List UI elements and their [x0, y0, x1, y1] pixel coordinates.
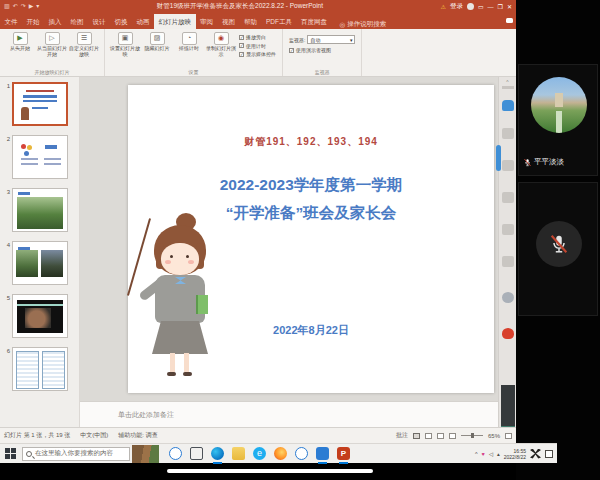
- fit-to-window-icon[interactable]: [505, 433, 512, 439]
- edge-browser-icon[interactable]: [211, 447, 224, 460]
- tab-transitions[interactable]: 切换: [110, 14, 132, 29]
- app-icon[interactable]: [502, 128, 514, 139]
- tab-help[interactable]: 帮助: [240, 14, 262, 29]
- powerpoint-window: ▥ ↶ ↷ ▶ ▾ 财管19级班开学准备班会及家长会2022.8.22 - Po…: [0, 0, 516, 443]
- cortana-icon[interactable]: [169, 447, 182, 460]
- user-avatar[interactable]: [467, 3, 474, 10]
- app-icon[interactable]: [502, 160, 514, 171]
- thumbnail-row: 2: [0, 135, 79, 179]
- tray-app-icon[interactable]: ♥: [481, 451, 484, 457]
- minimize-button[interactable]: —: [488, 4, 494, 10]
- sync-app-icon[interactable]: [295, 447, 308, 460]
- meeting-app-icon[interactable]: [316, 447, 329, 460]
- tab-baidu-pan[interactable]: 百度网盘: [297, 14, 332, 29]
- security-app-icon[interactable]: [502, 328, 514, 339]
- news-widget-thumbnail[interactable]: [132, 445, 159, 463]
- network-icon[interactable]: ▴: [497, 451, 500, 457]
- app-icon[interactable]: [502, 192, 514, 203]
- ie-browser-icon[interactable]: e: [253, 447, 266, 460]
- slide-thumbnail-3[interactable]: [12, 188, 68, 232]
- notes-pane[interactable]: 单击此处添加备注: [80, 401, 498, 427]
- tab-home[interactable]: 开始: [22, 14, 44, 29]
- butterfly-app-icon[interactable]: [530, 449, 541, 459]
- comments-icon[interactable]: [506, 18, 513, 23]
- warning-icon: ⚠: [441, 3, 446, 10]
- use-timings-checkbox[interactable]: ✓ 使用计时: [239, 43, 276, 49]
- zoom-slider-thumb[interactable]: [471, 433, 474, 438]
- slide-thumbnail-2[interactable]: [12, 135, 68, 179]
- language-indicator[interactable]: 中文(中国): [80, 431, 108, 440]
- normal-view-button[interactable]: [413, 433, 420, 439]
- tell-me-search[interactable]: ◎ 操作说明搜索: [340, 20, 387, 29]
- cloud-drive-icon[interactable]: [502, 100, 514, 111]
- monitor-dropdown[interactable]: 自动 ▾: [307, 35, 355, 44]
- taskbar-clock[interactable]: 16:55 2022/8/22: [504, 448, 526, 460]
- undo-icon[interactable]: ↶: [13, 0, 18, 13]
- sign-in-label[interactable]: 登录: [450, 2, 463, 11]
- start-button[interactable]: [5, 448, 16, 459]
- slide-thumbnail-1[interactable]: [12, 82, 68, 126]
- reading-view-button[interactable]: [437, 433, 444, 439]
- tab-pdf-tools[interactable]: PDF工具: [262, 14, 297, 29]
- tab-file[interactable]: 文件: [0, 14, 22, 29]
- floating-bar-handle[interactable]: [167, 469, 373, 473]
- tab-animations[interactable]: 动画: [132, 14, 154, 29]
- panel-handle[interactable]: [496, 145, 501, 171]
- accessibility-indicator[interactable]: 辅助功能: 调查: [118, 431, 157, 440]
- zoom-level[interactable]: 65%: [488, 433, 500, 439]
- tab-slideshow[interactable]: 幻灯片放映: [154, 14, 196, 29]
- presenter-view-checkbox[interactable]: ✓ 使用演示者视图: [289, 47, 355, 53]
- tab-review[interactable]: 审阅: [196, 14, 218, 29]
- ribbon-empty-space: [362, 29, 516, 76]
- slide-thumbnail-4[interactable]: [12, 241, 68, 285]
- slide-sorter-view-button[interactable]: [425, 433, 432, 439]
- from-beginning-button[interactable]: ▶ 从头开始: [4, 32, 36, 58]
- taskbar-search-input[interactable]: 在这里输入你要搜索的内容: [22, 447, 130, 461]
- slide-canvas[interactable]: 财管191、192、193、194 2022-2023学年度第一学期 “开学准备…: [128, 85, 494, 393]
- powerpoint-taskbar-icon[interactable]: P: [337, 447, 350, 460]
- hide-slide-button[interactable]: ▨ 隐藏幻灯片: [141, 32, 173, 58]
- slide-title-line1[interactable]: 2022-2023学年度第一学期: [128, 175, 494, 196]
- slide-thumbnail-panel: 1 2 3: [0, 77, 80, 427]
- redo-icon[interactable]: ↷: [21, 0, 26, 13]
- setup-slideshow-button[interactable]: ▣ 设置幻灯片放映: [109, 32, 141, 58]
- restore-button[interactable]: ❐: [498, 3, 503, 10]
- record-slideshow-button[interactable]: ◉ 录制幻灯片演示: [205, 32, 237, 58]
- start-slideshow-icon[interactable]: ▶: [29, 0, 34, 13]
- app-icon[interactable]: [502, 224, 514, 235]
- action-center-icon[interactable]: [545, 450, 553, 458]
- use-timings-label: 使用计时: [246, 43, 266, 49]
- volume-icon[interactable]: ◁: [489, 451, 493, 457]
- save-icon[interactable]: ▥: [4, 0, 10, 13]
- tray-expand-icon[interactable]: ^: [475, 451, 478, 457]
- slide-thumbnail-5[interactable]: [12, 294, 68, 338]
- play-narrations-checkbox[interactable]: ✓ 播放旁白: [239, 34, 276, 40]
- tab-view[interactable]: 视图: [218, 14, 240, 29]
- mini-window-preview[interactable]: [501, 385, 515, 430]
- group-label-start: 开始放映幻灯片: [0, 69, 104, 75]
- slide-class-line[interactable]: 财管191、192、193、194: [128, 135, 494, 149]
- participant-tile[interactable]: 平平淡淡: [518, 64, 598, 176]
- chevron-up-icon[interactable]: ^: [499, 79, 516, 85]
- slideshow-view-button[interactable]: [449, 433, 456, 439]
- window-title: 财管19级班开学准备班会及家长会2022.8.22 - PowerPoint: [39, 2, 440, 11]
- close-button[interactable]: ✕: [507, 3, 512, 10]
- ribbon-display-options-icon[interactable]: ▭: [478, 3, 484, 10]
- firefox-icon[interactable]: [274, 447, 287, 460]
- tab-design[interactable]: 设计: [88, 14, 110, 29]
- show-media-controls-checkbox[interactable]: ✓ 显示媒体控件: [239, 51, 276, 57]
- participant-tile[interactable]: [518, 182, 598, 316]
- file-explorer-icon[interactable]: [232, 447, 245, 460]
- tab-insert[interactable]: 插入: [44, 14, 66, 29]
- rehearse-timings-button[interactable]: ◔ 排练计时: [173, 32, 205, 58]
- slide-thumbnail-6[interactable]: [12, 347, 68, 391]
- teacher-cheek: [188, 260, 194, 264]
- custom-slideshow-button[interactable]: ☰ 自定义幻灯片放映: [68, 32, 100, 58]
- from-current-slide-button[interactable]: ▷ 从当前幻灯片开始: [36, 32, 68, 58]
- tab-draw[interactable]: 绘图: [66, 14, 88, 29]
- comments-button[interactable]: 批注: [396, 431, 408, 440]
- task-view-icon[interactable]: [190, 447, 203, 460]
- app-icon[interactable]: [502, 256, 514, 267]
- gear-icon[interactable]: [502, 292, 514, 303]
- zoom-slider[interactable]: [461, 435, 483, 436]
